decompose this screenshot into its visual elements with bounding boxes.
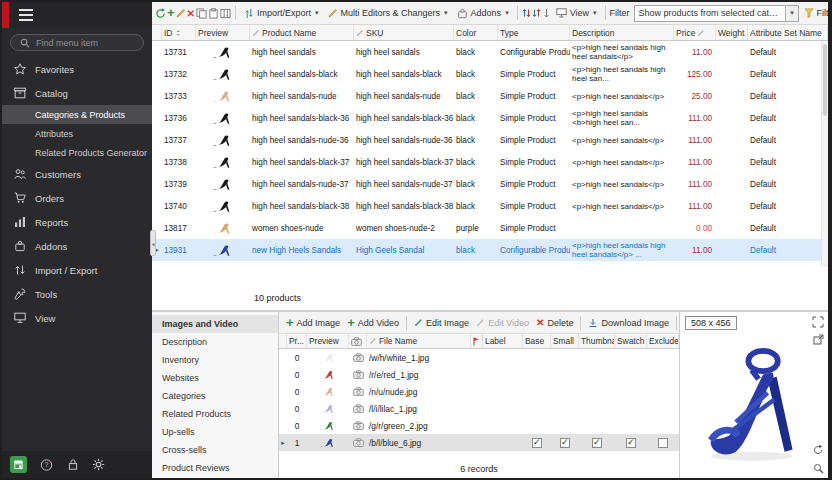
add-video-button[interactable]: +Add Video	[344, 316, 402, 330]
columns-button[interactable]	[220, 5, 231, 21]
header-sku[interactable]: SKU	[354, 25, 454, 40]
product-row[interactable]: 13731high heel sandalshigh heel sandalsb…	[152, 41, 828, 63]
header-color[interactable]: Color	[454, 25, 498, 40]
product-row[interactable]: ▸13931new High Heels SandalsHigh Geels S…	[152, 239, 828, 261]
tab-related-products[interactable]: Related Products	[152, 405, 278, 423]
edit-product-button[interactable]	[176, 5, 186, 21]
scrollbar-thumb[interactable]	[823, 44, 827, 116]
product-row[interactable]: 13737high heel sandals-nude-36high heel …	[152, 129, 828, 151]
menu-icon[interactable]	[19, 9, 33, 21]
header-attribute-set[interactable]: Attribute Set Name	[748, 25, 828, 40]
sidebar-item-addons[interactable]: Addons	[2, 234, 152, 258]
zoom-icon[interactable]	[813, 463, 824, 474]
header-flag[interactable]	[471, 334, 483, 348]
thumb-checkbox[interactable]	[592, 438, 602, 448]
sort-desc-button[interactable]	[532, 5, 541, 21]
filters-button[interactable]: Filters▾	[800, 6, 828, 20]
header-id[interactable]: ID	[162, 25, 196, 40]
sidebar-collapse-handle[interactable]: ◂	[150, 230, 156, 256]
header-type[interactable]: Type	[498, 25, 570, 40]
product-row[interactable]: 13732high heel sandals-blackhigh heel sa…	[152, 63, 828, 85]
image-row[interactable]: 0/l/i/lilac_1.jpg	[279, 400, 679, 417]
delete-product-button[interactable]: ✕	[187, 5, 195, 21]
header-preview[interactable]: Preview	[307, 334, 349, 348]
image-row[interactable]: 0/n/u/nude.jpg	[279, 383, 679, 400]
header-position[interactable]: Pr...	[287, 334, 307, 348]
base-checkbox[interactable]	[532, 438, 542, 448]
tab-images-and-video[interactable]: Images and Video	[152, 315, 278, 333]
product-row[interactable]: 13736high heel sandals-black-36high heel…	[152, 107, 828, 129]
rotate-icon[interactable]	[812, 444, 824, 456]
product-preview-image	[196, 221, 250, 235]
sidebar-item-reports[interactable]: Reports	[2, 210, 152, 234]
add-product-button[interactable]: +	[167, 5, 175, 21]
download-image-button[interactable]: Download Image	[585, 316, 672, 330]
store-icon[interactable]	[10, 456, 27, 473]
sort-clear-button[interactable]	[542, 5, 551, 21]
sort-asc-button[interactable]	[522, 5, 531, 21]
chevron-down-icon[interactable]: ▾	[785, 6, 798, 21]
filter-select[interactable]: Show products from selected categories ▾	[634, 5, 799, 22]
header-file-name[interactable]: File Name	[367, 334, 471, 348]
swatch-checkbox[interactable]	[626, 438, 636, 448]
edit-video-button[interactable]: Edit Video	[473, 316, 532, 330]
sidebar-item-orders[interactable]: Orders	[2, 186, 152, 210]
help-icon[interactable]: ?	[40, 458, 53, 471]
sidebar-item-favorites[interactable]: Favorites	[2, 57, 152, 81]
header-weight[interactable]: Weight	[716, 25, 748, 40]
header-product-name[interactable]: Product Name	[250, 25, 354, 40]
vertical-scrollbar[interactable]	[821, 41, 828, 267]
header-thumbnail[interactable]: Thumbna	[579, 334, 615, 348]
open-external-icon[interactable]	[813, 334, 824, 345]
search-input[interactable]: Find menu item	[10, 34, 144, 51]
header-swatch[interactable]: Swatch	[615, 334, 647, 348]
sidebar-item-attributes[interactable]: Attributes	[2, 124, 152, 143]
product-row[interactable]: 13733high heel sandals-nudehigh heel san…	[152, 85, 828, 107]
small-checkbox[interactable]	[560, 438, 570, 448]
tab-product-reviews[interactable]: Product Reviews	[152, 459, 278, 477]
delete-image-button[interactable]: ✕Delete	[533, 315, 576, 330]
tab-description[interactable]: Description	[152, 333, 278, 351]
sidebar-item-categories-products[interactable]: Categories & Products	[2, 105, 152, 124]
header-exclude[interactable]: Exclude	[647, 334, 679, 348]
image-row[interactable]: 0/g/r/green_2.jpg	[279, 417, 679, 434]
sidebar-item-catalog[interactable]: Catalog	[2, 81, 152, 105]
sidebar-item-import-export[interactable]: Import / Export	[2, 258, 152, 282]
addons-button[interactable]: Addons▾	[453, 6, 513, 21]
paste-button[interactable]	[208, 5, 219, 21]
sidebar-item-customers[interactable]: Customers	[2, 162, 152, 186]
image-row[interactable]: 0/r/e/red_1.jpg	[279, 366, 679, 383]
product-row[interactable]: 13817women shoes-nudewomen shoes-nude-2p…	[152, 217, 828, 239]
product-row[interactable]: 13739high heel sandals-nude-37high heel …	[152, 173, 828, 195]
lock-icon[interactable]	[66, 458, 79, 471]
header-label[interactable]: Label	[483, 334, 523, 348]
copy-button[interactable]	[196, 5, 207, 21]
fullscreen-icon[interactable]	[812, 316, 824, 328]
header-description[interactable]: Description	[570, 25, 674, 40]
tab-cross-sells[interactable]: Cross-sells	[152, 441, 278, 459]
sidebar-item-tools[interactable]: Tools	[2, 282, 152, 306]
header-price[interactable]: Price	[674, 25, 716, 40]
import-export-button[interactable]: Import/Export▾	[240, 6, 323, 21]
refresh-button[interactable]	[155, 5, 166, 21]
image-row[interactable]: ▸1/b/l/blue_6.jpg	[279, 434, 679, 451]
tab-inventory[interactable]: Inventory	[152, 351, 278, 369]
multi-editors-button[interactable]: Multi Editors & Changers▾	[324, 6, 452, 20]
exclude-checkbox[interactable]	[658, 438, 668, 448]
header-small[interactable]: Small	[551, 334, 579, 348]
sidebar-item-related-products-generator[interactable]: Related Products Generator	[2, 143, 152, 162]
header-base[interactable]: Base	[523, 334, 551, 348]
image-row[interactable]: 0/w/h/white_1.jpg	[279, 349, 679, 366]
tab-websites[interactable]: Websites	[152, 369, 278, 387]
product-row[interactable]: 13738high heel sandals-black-37high heel…	[152, 151, 828, 173]
edit-image-button[interactable]: Edit Image	[411, 316, 472, 330]
sidebar-item-view[interactable]: View	[2, 306, 152, 330]
view-button[interactable]: View▾	[552, 6, 601, 20]
header-preview[interactable]: Preview	[196, 25, 250, 40]
add-image-button[interactable]: +Add Image	[283, 316, 343, 330]
gear-icon[interactable]	[92, 458, 105, 471]
header-camera[interactable]	[349, 334, 367, 348]
tab-categories[interactable]: Categories	[152, 387, 278, 405]
product-row[interactable]: 13740high heel sandals-black-38high heel…	[152, 195, 828, 217]
tab-up-sells[interactable]: Up-sells	[152, 423, 278, 441]
